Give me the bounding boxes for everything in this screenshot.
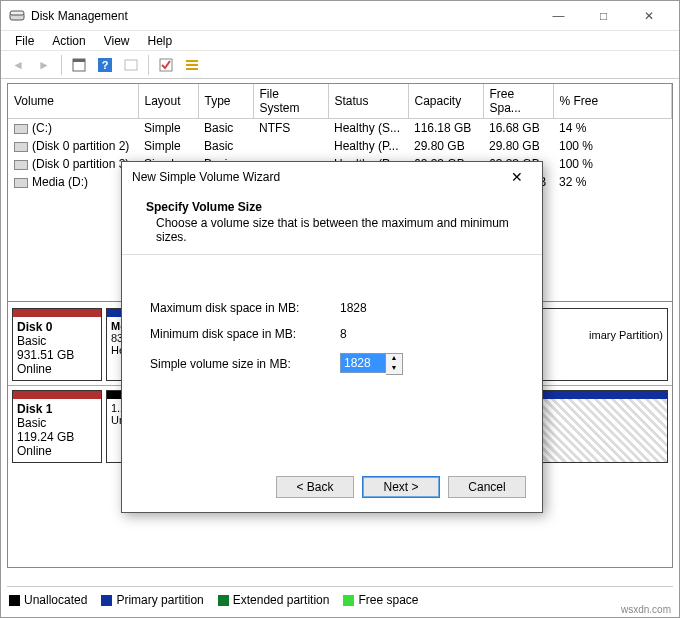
watermark: wsxdn.com: [621, 604, 671, 615]
dialog-title: New Simple Volume Wizard: [132, 170, 502, 184]
volume-icon: [14, 160, 28, 170]
dialog-body: Specify Volume Size Choose a volume size…: [122, 192, 542, 375]
spinner-buttons: ▲ ▼: [386, 353, 403, 375]
disk-stripe: [13, 391, 101, 399]
volume-icon: [14, 124, 28, 134]
cell: (Disk 0 partition 2): [32, 139, 129, 153]
menu-action[interactable]: Action: [44, 32, 93, 50]
svg-rect-8: [186, 60, 198, 62]
table-row[interactable]: (Disk 0 partition 2) Simple Basic Health…: [8, 137, 672, 155]
disk-info[interactable]: Disk 1 Basic 119.24 GB Online: [12, 390, 102, 463]
menu-file[interactable]: File: [7, 32, 42, 50]
close-button[interactable]: ✕: [626, 2, 671, 30]
col-fs[interactable]: File System: [253, 84, 328, 119]
legend-item: Free space: [343, 593, 418, 607]
form-row-min: Minimum disk space in MB: 8: [150, 327, 518, 341]
minimize-button[interactable]: —: [536, 2, 581, 30]
legend-label: Free space: [358, 593, 418, 607]
maximize-button[interactable]: □: [581, 2, 626, 30]
list-icon[interactable]: [181, 54, 203, 76]
app-icon: [9, 8, 25, 24]
cell: 100 %: [553, 137, 672, 155]
disk-name: Disk 1: [17, 402, 52, 416]
cell: 100 %: [553, 155, 672, 173]
spinner-up-icon[interactable]: ▲: [386, 354, 402, 364]
disk-size: 119.24 GB: [17, 430, 74, 444]
menu-view[interactable]: View: [96, 32, 138, 50]
separator: [122, 254, 542, 255]
dialog-close-button[interactable]: ✕: [502, 169, 532, 185]
cell: (Disk 0 partition 3): [32, 157, 129, 171]
back-button[interactable]: < Back: [276, 476, 354, 498]
table-header-row[interactable]: Volume Layout Type File System Status Ca…: [8, 84, 672, 119]
label-max: Maximum disk space in MB:: [150, 301, 340, 315]
form: Maximum disk space in MB: 1828 Minimum d…: [150, 301, 518, 375]
table-row[interactable]: (C:) Simple Basic NTFS Healthy (S... 116…: [8, 119, 672, 138]
dialog-title-bar: New Simple Volume Wizard ✕: [122, 162, 542, 192]
swatch-lightgreen: [343, 595, 354, 606]
legend-label: Extended partition: [233, 593, 330, 607]
partition-line: imary Partition): [589, 329, 663, 341]
toolbar: ◄ ► ?: [1, 51, 679, 79]
col-status[interactable]: Status: [328, 84, 408, 119]
separator: [61, 55, 62, 75]
volume-icon: [14, 142, 28, 152]
toolbar-btn-1[interactable]: [68, 54, 90, 76]
label-min: Minimum disk space in MB:: [150, 327, 340, 341]
cell: NTFS: [253, 119, 328, 138]
cell: 32 %: [553, 173, 672, 191]
swatch-green: [218, 595, 229, 606]
cell: [253, 137, 328, 155]
window-title: Disk Management: [31, 9, 536, 23]
legend-label: Unallocated: [24, 593, 87, 607]
legend-label: Primary partition: [116, 593, 203, 607]
svg-rect-9: [186, 64, 198, 66]
help-icon[interactable]: ?: [94, 54, 116, 76]
form-row-max: Maximum disk space in MB: 1828: [150, 301, 518, 315]
col-layout[interactable]: Layout: [138, 84, 198, 119]
checkbox-icon[interactable]: [155, 54, 177, 76]
col-type[interactable]: Type: [198, 84, 253, 119]
back-icon: ◄: [7, 54, 29, 76]
cell: 29.80 GB: [408, 137, 483, 155]
volume-icon: [14, 178, 28, 188]
cell: 116.18 GB: [408, 119, 483, 138]
col-pct[interactable]: % Free: [553, 84, 672, 119]
size-input[interactable]: [340, 353, 386, 373]
col-capacity[interactable]: Capacity: [408, 84, 483, 119]
col-free[interactable]: Free Spa...: [483, 84, 553, 119]
cell: Basic: [198, 119, 253, 138]
cell: 29.80 GB: [483, 137, 553, 155]
cell: 16.68 GB: [483, 119, 553, 138]
swatch-black: [9, 595, 20, 606]
legend: Unallocated Primary partition Extended p…: [7, 586, 673, 607]
legend-item: Extended partition: [218, 593, 330, 607]
cell: Media (D:): [32, 175, 88, 189]
form-row-size: Simple volume size in MB: ▲ ▼: [150, 353, 518, 375]
cancel-button[interactable]: Cancel: [448, 476, 526, 498]
cell: Basic: [198, 137, 253, 155]
col-volume[interactable]: Volume: [8, 84, 138, 119]
forward-icon: ►: [33, 54, 55, 76]
separator: [148, 55, 149, 75]
disk-info[interactable]: Disk 0 Basic 931.51 GB Online: [12, 308, 102, 381]
cell: 14 %: [553, 119, 672, 138]
svg-rect-6: [125, 60, 137, 70]
cell: (C:): [32, 121, 52, 135]
menu-help[interactable]: Help: [140, 32, 181, 50]
disk-size: 931.51 GB: [17, 348, 74, 362]
disk-type: Basic: [17, 416, 46, 430]
size-spinner: ▲ ▼: [340, 353, 403, 375]
cell: Simple: [138, 137, 198, 155]
toolbar-btn-3: [120, 54, 142, 76]
spinner-down-icon[interactable]: ▼: [386, 364, 402, 374]
svg-rect-10: [186, 68, 198, 70]
legend-item: Unallocated: [9, 593, 87, 607]
swatch-blue: [101, 595, 112, 606]
dialog-heading: Specify Volume Size: [146, 200, 518, 214]
dialog-buttons: < Back Next > Cancel: [276, 476, 526, 498]
next-button[interactable]: Next >: [362, 476, 440, 498]
dialog-subtext: Choose a volume size that is between the…: [156, 216, 518, 244]
cell: Simple: [138, 119, 198, 138]
label-size: Simple volume size in MB:: [150, 357, 340, 371]
